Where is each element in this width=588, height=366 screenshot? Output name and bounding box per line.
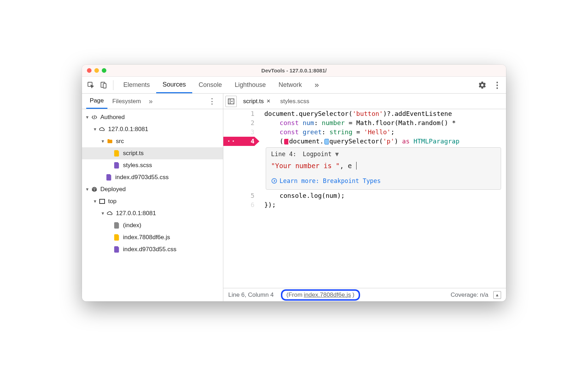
svg-rect-2 <box>103 83 106 88</box>
editor-area: script.ts × styles.scss 1 2 3 4 <box>223 94 506 301</box>
logpoint-expression-input[interactable]: "Your number is ", e <box>271 160 496 171</box>
tree-file-index[interactable]: (index) <box>82 219 223 231</box>
arrow-circle-icon <box>271 178 277 184</box>
tree-label: index.d9703d55.css <box>115 174 169 181</box>
tree-label: Authored <box>100 114 125 121</box>
tree-deployed[interactable]: ▼ Deployed <box>82 183 223 195</box>
content-area: Page Filesystem » ⋮ ▼ Authored ▼ 127.0.0… <box>82 94 506 301</box>
line-number[interactable]: 5 <box>223 191 254 200</box>
cloud-icon <box>107 210 113 217</box>
code-line[interactable]: const greet: string = 'Hello'; <box>264 128 506 137</box>
tree-label: 127.0.0.1:8081 <box>108 126 148 133</box>
tree-file-index-css-authored[interactable]: index.d9703d55.css <box>82 171 223 183</box>
tree-label: styles.scss <box>123 162 152 169</box>
bp-line-label: Line 4: <box>271 150 296 158</box>
cloud-icon <box>99 126 105 132</box>
tree-label: src <box>116 138 124 145</box>
js-file-icon <box>114 150 120 157</box>
inspect-element-icon[interactable] <box>85 79 97 91</box>
tree-label: script.ts <box>123 150 144 157</box>
learn-more-link[interactable]: Learn more: Breakpoint Types <box>271 177 496 184</box>
js-file-icon <box>114 234 120 241</box>
css-file-icon <box>106 174 112 181</box>
show-console-drawer-icon[interactable]: ▲ <box>493 291 501 299</box>
tree-file-index-css-deployed[interactable]: index.d9703d55.css <box>82 243 223 255</box>
editor-tab-script-ts[interactable]: script.ts × <box>240 98 274 105</box>
navigator-sidebar: Page Filesystem » ⋮ ▼ Authored ▼ 127.0.0… <box>82 94 223 301</box>
code-line[interactable]: (document.querySelector('p') as HTMLPara… <box>264 137 506 146</box>
svg-point-5 <box>272 178 277 183</box>
toggle-navigator-icon[interactable] <box>225 96 237 107</box>
css-file-icon <box>114 162 120 169</box>
coverage-status: Coverage: n/a <box>451 291 488 299</box>
tree-label: Deployed <box>100 186 126 193</box>
titlebar: DevTools - 127.0.0.1:8081/ <box>82 65 506 77</box>
tab-lighthouse[interactable]: Lighthouse <box>228 77 272 93</box>
settings-icon[interactable] <box>476 79 488 91</box>
tree-host-deployed[interactable]: ▼ 127.0.0.1:8081 <box>82 207 223 219</box>
tree-label: (index) <box>123 222 141 229</box>
tree-label: index.7808df6e.js <box>123 234 170 241</box>
code-view[interactable]: document.querySelector('button')?.addEve… <box>259 109 506 146</box>
editor-body[interactable]: 1 2 3 4 document.querySelector('button')… <box>223 109 506 288</box>
line-number[interactable]: 2 <box>223 118 254 128</box>
tabs-overflow-icon[interactable]: » <box>308 77 325 93</box>
main-toolbar: Elements Sources Console Lighthouse Netw… <box>82 77 506 94</box>
tree-file-index-js[interactable]: index.7808df6e.js <box>82 231 223 243</box>
kebab-menu-icon[interactable]: ⋮ <box>491 79 503 91</box>
line-number[interactable]: 1 <box>223 109 254 118</box>
main-tabs: Elements Sources Console Lighthouse Netw… <box>117 77 325 93</box>
sidebar-tab-page[interactable]: Page <box>86 94 107 109</box>
svg-rect-3 <box>100 199 105 203</box>
editor-tabs: script.ts × styles.scss <box>223 94 506 109</box>
code-line[interactable]: document.querySelector('button')?.addEve… <box>264 109 506 118</box>
chevron-down-icon: ▼ <box>335 150 339 158</box>
source-map-marker-icon <box>324 139 329 144</box>
document-icon <box>114 222 120 229</box>
navigator-tabs: Page Filesystem » ⋮ <box>82 94 223 109</box>
tree-file-styles-scss[interactable]: styles.scss <box>82 159 223 171</box>
code-brackets-icon <box>91 114 98 120</box>
editor-tab-styles-scss[interactable]: styles.scss <box>277 98 313 105</box>
cursor-position: Line 6, Column 4 <box>228 291 274 299</box>
code-line[interactable]: }); <box>264 200 506 209</box>
css-file-icon <box>114 246 120 253</box>
tab-network[interactable]: Network <box>272 77 308 93</box>
tree-top[interactable]: ▼ top <box>82 195 223 207</box>
source-mapped-from[interactable]: (From index.7808df6e.js) <box>281 289 360 301</box>
line-number[interactable]: 6 <box>223 200 254 209</box>
code-line[interactable]: const num: number = Math.floor(Math.rand… <box>264 118 506 128</box>
tree-label: 127.0.0.1:8081 <box>116 210 156 217</box>
tree-host[interactable]: ▼ 127.0.0.1:8081 <box>82 123 223 135</box>
source-map-marker-icon <box>284 139 288 144</box>
folder-icon <box>107 138 113 144</box>
device-toggle-icon[interactable] <box>98 79 110 91</box>
sidebar-kebab-icon[interactable]: ⋮ <box>205 97 219 106</box>
line-number[interactable]: 3 <box>223 128 254 137</box>
file-tree: ▼ Authored ▼ 127.0.0.1:8081 ▼ src <box>82 109 223 301</box>
cube-icon <box>91 186 98 193</box>
sidebar-tabs-overflow-icon[interactable]: » <box>146 97 155 105</box>
tree-label: index.d9703d55.css <box>123 246 176 253</box>
close-tab-icon[interactable]: × <box>267 98 271 105</box>
breakpoint-line-marker[interactable]: 4 <box>223 137 254 146</box>
editor-tab-label: script.ts <box>243 98 264 105</box>
gutter[interactable]: 1 2 3 4 <box>223 109 259 146</box>
status-bar: Line 6, Column 4 (From index.7808df6e.js… <box>223 288 506 301</box>
devtools-window: DevTools - 127.0.0.1:8081/ Elements Sour… <box>82 65 506 301</box>
tab-elements[interactable]: Elements <box>117 77 156 93</box>
window-title: DevTools - 127.0.0.1:8081/ <box>82 67 506 73</box>
frame-icon <box>99 198 105 205</box>
breakpoint-editor-panel: Line 4: Logpoint ▼ "Your number is ", e … <box>266 147 501 190</box>
tree-label: top <box>108 198 117 205</box>
tree-file-script-ts[interactable]: script.ts <box>82 147 223 159</box>
tab-sources[interactable]: Sources <box>156 77 192 93</box>
tab-console[interactable]: Console <box>192 77 228 93</box>
bp-type-label: Logpoint <box>303 150 332 158</box>
code-line[interactable]: console.log(num); <box>264 191 506 200</box>
tree-authored[interactable]: ▼ Authored <box>82 111 223 123</box>
breakpoint-type-dropdown[interactable]: Logpoint ▼ <box>303 150 339 158</box>
divider <box>113 80 113 90</box>
tree-folder-src[interactable]: ▼ src <box>82 135 223 147</box>
sidebar-tab-filesystem[interactable]: Filesystem <box>109 94 145 109</box>
